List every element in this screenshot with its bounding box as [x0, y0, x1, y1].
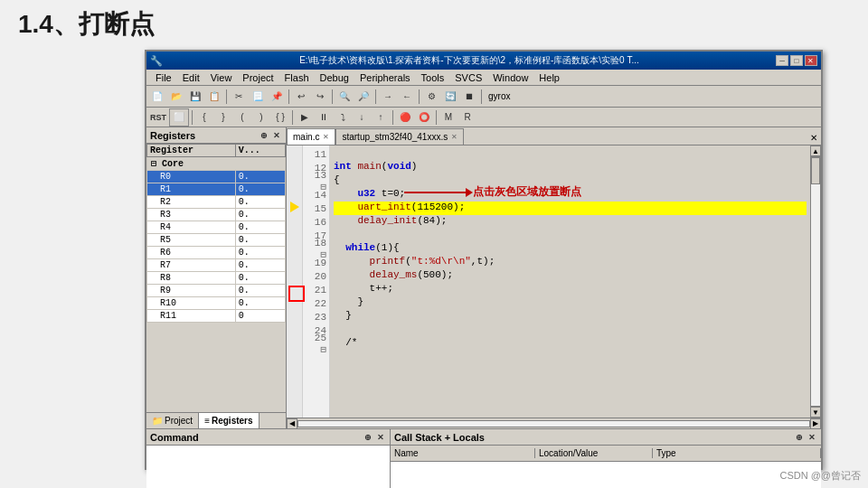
scroll-down[interactable]: ▼	[810, 407, 821, 418]
bp-16[interactable]	[287, 213, 302, 227]
breakpoint-gutter[interactable]	[287, 145, 303, 418]
tb-copy[interactable]: 📃	[249, 88, 267, 106]
dock-cmd-icon[interactable]: ⊕	[363, 432, 373, 443]
menu-window[interactable]: Window	[487, 72, 533, 83]
table-row[interactable]: R20.	[147, 196, 286, 209]
tb-cut[interactable]: ✂	[230, 88, 248, 106]
tb-open[interactable]: 📂	[167, 88, 185, 106]
maximize-button[interactable]: □	[790, 55, 803, 66]
close-cmd-icon[interactable]: ✕	[375, 432, 386, 443]
table-row[interactable]: R50.	[147, 234, 286, 247]
menu-flash[interactable]: Flash	[279, 72, 315, 83]
tb-indent[interactable]: →	[379, 88, 397, 106]
close-editor-icon[interactable]: ✕	[807, 131, 821, 145]
tb-d3[interactable]: (	[233, 108, 251, 127]
tb-stepout[interactable]: ↑	[372, 108, 390, 127]
menu-project[interactable]: Project	[237, 72, 278, 83]
tb-stepin[interactable]: ↓	[353, 108, 371, 127]
bp-24[interactable]	[287, 322, 302, 335]
table-row[interactable]: R00.	[147, 171, 286, 183]
tb-paste[interactable]: 📌	[268, 88, 286, 106]
tb-d1[interactable]: {	[195, 108, 213, 127]
tb-redo[interactable]: ↪	[311, 88, 329, 106]
bp-18[interactable]	[287, 240, 302, 254]
tab-main-c[interactable]: main.c ✕	[287, 128, 335, 145]
tb-undo[interactable]: ↩	[292, 88, 310, 106]
menu-file[interactable]: File	[150, 72, 177, 83]
tb-mem[interactable]: M	[439, 108, 458, 127]
tab-startup[interactable]: startup_stm32f40_41xxx.s ✕	[335, 128, 464, 145]
tb-find[interactable]: 🔍	[335, 88, 354, 106]
startup-close[interactable]: ✕	[451, 133, 458, 141]
table-row[interactable]: R90.	[147, 285, 286, 297]
menu-svcs[interactable]: SVCS	[449, 72, 487, 83]
bp-25[interactable]	[287, 335, 302, 349]
tb-d4[interactable]: )	[252, 108, 270, 127]
minimize-button[interactable]: ─	[776, 55, 788, 66]
scroll-up[interactable]: ▲	[810, 145, 821, 156]
tb-stepover[interactable]: ⤵	[334, 108, 352, 127]
annotation-container: 点击灰色区域放置断点	[404, 184, 581, 200]
main-c-close[interactable]: ✕	[323, 133, 329, 141]
table-row[interactable]: R30.	[147, 209, 286, 221]
table-row[interactable]: R80.	[147, 272, 286, 285]
menu-peripherals[interactable]: Peripherals	[354, 72, 416, 83]
table-row[interactable]: R60.	[147, 247, 286, 259]
bp-12[interactable]	[287, 159, 302, 173]
tb-bp[interactable]: 🔴	[396, 108, 414, 127]
ide-window: 🔧 E:\电子技术\资料改版\1.探索者资料-下次要更新的\2，标准例程-库函数…	[145, 50, 823, 470]
table-row[interactable]: R110	[147, 310, 286, 323]
bp-13[interactable]	[287, 173, 302, 186]
tab-registers[interactable]: ≡ Registers	[199, 413, 259, 428]
code-line-25: /*	[334, 337, 807, 351]
table-row[interactable]: R70.	[147, 259, 286, 272]
tb-stop[interactable]: ⏹	[460, 88, 478, 106]
tb-outdent[interactable]: ←	[398, 88, 416, 106]
tb-save[interactable]: 💾	[186, 88, 204, 106]
tb-pause[interactable]: ⏸	[315, 108, 333, 127]
menu-help[interactable]: Help	[533, 72, 565, 83]
bp-17[interactable]	[287, 227, 302, 240]
tb-replace[interactable]: 🔎	[354, 88, 373, 106]
tb-new[interactable]: 📄	[148, 88, 166, 106]
bp-23[interactable]	[287, 308, 302, 322]
registers-tab-label: Registers	[212, 416, 253, 426]
hscroll-left[interactable]: ◀	[287, 418, 297, 429]
code-line-17	[334, 229, 807, 242]
project-tab-icon: 📁	[152, 416, 163, 426]
tb-rst[interactable]: ⬜	[169, 108, 189, 127]
close-panel-icon[interactable]: ✕	[271, 130, 282, 141]
menu-tools[interactable]: Tools	[416, 72, 450, 83]
menu-edit[interactable]: Edit	[177, 72, 205, 83]
table-row[interactable]: R100.	[147, 297, 286, 310]
dock-icon[interactable]: ⊕	[259, 130, 269, 141]
tb-reg[interactable]: R	[458, 108, 476, 127]
scroll-thumb[interactable]	[811, 157, 820, 184]
bp-15[interactable]	[287, 200, 302, 213]
bp-19[interactable]	[287, 254, 302, 267]
command-content[interactable]	[146, 446, 390, 488]
menu-bar: File Edit View Project Flash Debug Perip…	[146, 70, 821, 86]
arrow-head	[466, 188, 473, 197]
menu-view[interactable]: View	[205, 72, 238, 83]
tb-rebuild[interactable]: 🔄	[441, 88, 459, 106]
bp-14[interactable]	[287, 186, 302, 200]
current-line-arrow	[290, 202, 299, 212]
close-button[interactable]: ✕	[805, 55, 817, 66]
tb-d5[interactable]: { }	[271, 108, 289, 127]
menu-debug[interactable]: Debug	[315, 72, 354, 83]
tb-d2[interactable]: }	[214, 108, 232, 127]
tb-build[interactable]: ⚙	[422, 88, 440, 106]
table-row[interactable]: ⊟ Core	[147, 157, 286, 171]
tab-project[interactable]: 📁 Project	[146, 413, 199, 428]
tb-saveall[interactable]: 📋	[205, 88, 223, 106]
close-cs-icon[interactable]: ✕	[807, 432, 817, 443]
table-row[interactable]: R10.	[147, 183, 286, 196]
bp-20[interactable]	[287, 267, 302, 281]
table-row[interactable]: R40.	[147, 221, 286, 234]
tb-run[interactable]: ▶	[296, 108, 314, 127]
bp-11[interactable]	[287, 145, 302, 159]
dock-cs-icon[interactable]: ⊕	[794, 432, 805, 443]
hscroll-right[interactable]: ▶	[810, 418, 821, 429]
tb-bpc[interactable]: ⭕	[415, 108, 433, 127]
